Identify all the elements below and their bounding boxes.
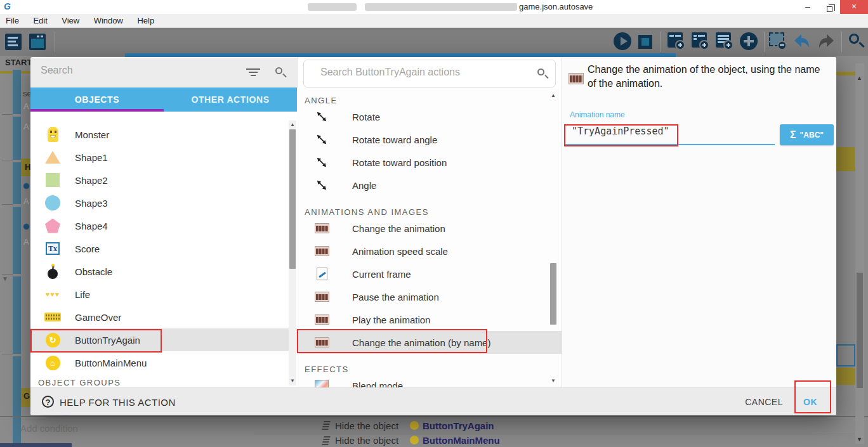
menu-view[interactable]: View — [56, 14, 85, 25]
close-button[interactable]: × — [840, 0, 868, 14]
event-text-fragment: A — [23, 237, 29, 247]
action-row-play-animation[interactable]: Play the animation — [297, 308, 562, 331]
help-link[interactable]: HELP FOR THIS ACTION — [60, 397, 176, 408]
section-header-angle: ANGLE — [297, 89, 562, 105]
redacted-title-segment — [308, 3, 357, 11]
object-groups-header: OBJECT GROUPS — [38, 378, 121, 387]
object-list-scrollbar-thumb[interactable] — [289, 129, 296, 269]
action-label: Current frame — [352, 269, 411, 280]
event-bar — [13, 70, 21, 114]
search-icon[interactable] — [275, 67, 282, 74]
scroll-up-icon[interactable]: ▲ — [549, 93, 557, 98]
object-row-life[interactable]: ♥♥♥ Life — [30, 283, 297, 306]
action-row-change-animation[interactable]: Change the animation — [297, 217, 562, 240]
restore-button[interactable] — [820, 0, 839, 14]
document-pen-icon — [314, 267, 329, 281]
restore-icon — [827, 6, 832, 12]
menu-edit[interactable]: Edit — [27, 14, 53, 25]
action-row-angle[interactable]: Angle — [297, 174, 562, 197]
object-row-shape4[interactable]: Shape4 — [30, 214, 297, 237]
action-label: Rotate — [352, 112, 380, 122]
filter-icon[interactable] — [246, 68, 260, 77]
event-bar — [13, 162, 21, 204]
object-thumbnail-icon — [410, 421, 419, 430]
object-label: GameOver — [75, 312, 121, 323]
action-row-pause-animation[interactable]: Pause the animation — [297, 285, 562, 308]
delete-selection-button[interactable] — [769, 32, 788, 51]
add-condition-placeholder: Add condition — [20, 423, 78, 434]
event-bar — [13, 276, 21, 354]
scroll-up-icon[interactable]: ▲ — [289, 122, 296, 127]
title-bar: G game.json.autosave – × — [0, 0, 868, 14]
object-row-buttonmainmenu[interactable]: ⌂ ButtonMainMenu — [30, 351, 297, 374]
collapse-arrow-icon: ▼ — [2, 275, 8, 282]
object-row-obstacle[interactable]: Obstacle — [30, 260, 297, 283]
film-strip-icon — [314, 313, 329, 327]
plus-circle-icon — [740, 32, 758, 50]
menu-window[interactable]: Window — [88, 14, 129, 25]
object-label: Shape1 — [75, 152, 108, 163]
menu-file[interactable]: File — [0, 14, 25, 25]
add-more-button[interactable] — [740, 32, 759, 51]
search-events-button[interactable] — [848, 32, 867, 51]
action-row-rotate-toward-position[interactable]: Rotate toward position — [297, 151, 562, 174]
film-strip-icon — [314, 244, 329, 258]
rotate-arrow-icon — [314, 155, 329, 169]
hide-action-icon — [322, 420, 331, 430]
object-row-shape3[interactable]: Shape3 — [30, 191, 297, 214]
triangle-icon — [44, 149, 61, 165]
help-icon[interactable]: ? — [42, 396, 54, 408]
object-label: Shape4 — [75, 221, 108, 231]
object-row-shape2[interactable]: Shape2 — [30, 169, 297, 191]
expression-editor-button[interactable]: Σ "ABC" — [780, 124, 834, 145]
film-strip-icon — [569, 73, 584, 87]
action-list-scrollbar-thumb[interactable] — [550, 263, 556, 325]
window-title: game.json.autosave — [519, 2, 593, 11]
dialog-footer: ? HELP FOR THIS ACTION CANCEL OK — [30, 387, 836, 415]
object-row-gameover[interactable]: GameOver — [30, 306, 297, 328]
tab-objects[interactable]: OBJECTS — [30, 87, 164, 112]
highlight-box-change-animation-by-name — [297, 329, 487, 353]
scene-window-icon — [29, 34, 46, 50]
cancel-button[interactable]: CANCEL — [745, 397, 783, 407]
action-row-rotate-toward-angle[interactable]: Rotate toward angle — [297, 128, 562, 151]
expression-button-label: "ABC" — [800, 131, 824, 139]
action-row-current-frame[interactable]: Current frame — [297, 262, 562, 285]
action-label: Animation speed scale — [352, 246, 448, 257]
project-manager-icon — [5, 34, 22, 50]
window-scrollbar-thumb[interactable] — [857, 273, 863, 388]
debug-button[interactable] — [636, 32, 655, 51]
action-search-input[interactable] — [320, 67, 523, 78]
event-text-fragment: A — [23, 122, 29, 131]
scroll-up-icon[interactable]: ▲ — [857, 75, 862, 81]
object-label: Life — [75, 289, 90, 300]
action-search-bar — [303, 60, 556, 87]
object-row-score[interactable]: Tx Score — [30, 237, 297, 260]
play-icon — [614, 32, 631, 50]
undo-button[interactable] — [792, 32, 811, 51]
object-search-input[interactable] — [41, 65, 231, 76]
active-tab-indicator — [30, 109, 164, 112]
preview-button[interactable] — [614, 32, 633, 51]
scroll-down-icon[interactable]: ▼ — [289, 378, 296, 384]
object-row-shape1[interactable]: Shape1 — [30, 146, 297, 169]
toolbar — [0, 28, 868, 56]
action-row-animation-speed-scale[interactable]: Animation speed scale — [297, 240, 562, 262]
rotate-arrow-icon — [314, 133, 329, 146]
object-row-monster[interactable]: Monster — [30, 123, 297, 146]
redo-button[interactable] — [817, 32, 836, 51]
scene-editor-button[interactable] — [29, 32, 48, 51]
scroll-down-icon[interactable]: ▼ — [549, 378, 557, 384]
tab-other-actions[interactable]: OTHER ACTIONS — [164, 87, 297, 112]
menu-help[interactable]: Help — [131, 14, 160, 25]
action-row-rotate[interactable]: Rotate — [297, 105, 562, 128]
minimize-button[interactable]: – — [798, 0, 817, 14]
object-label: Score — [75, 243, 100, 254]
add-subevent-button[interactable] — [692, 32, 711, 51]
add-event-button[interactable] — [667, 32, 687, 51]
gameover-sprite-icon — [44, 309, 61, 325]
search-icon[interactable] — [537, 68, 544, 75]
scroll-down-icon[interactable]: ▼ — [857, 436, 862, 443]
add-comment-button[interactable] — [716, 32, 735, 51]
project-manager-button[interactable] — [5, 32, 24, 51]
